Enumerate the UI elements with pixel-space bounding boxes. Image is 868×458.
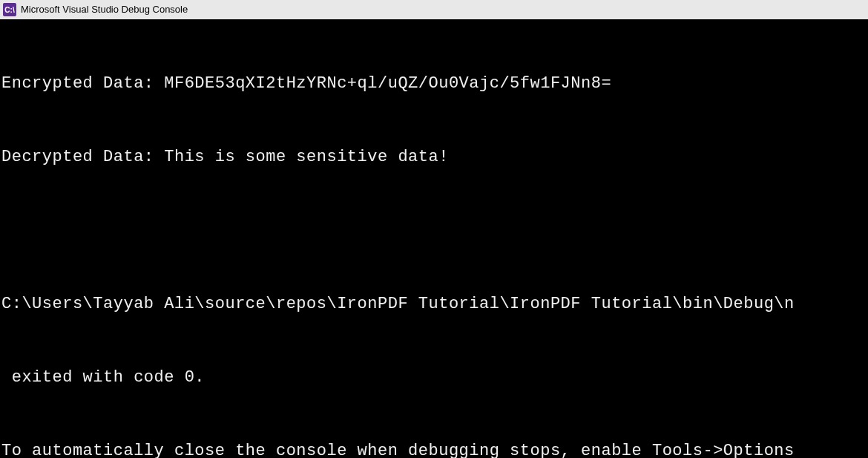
- console-line: exited with code 0.: [1, 365, 867, 390]
- app-icon: C:\: [3, 3, 16, 16]
- console-line: Encrypted Data: MF6DE53qXI2tHzYRNc+ql/uQ…: [1, 71, 867, 96]
- console-line: [1, 218, 867, 243]
- window-title: Microsoft Visual Studio Debug Console: [21, 2, 188, 17]
- title-bar: C:\ Microsoft Visual Studio Debug Consol…: [0, 0, 868, 19]
- console-line: Decrypted Data: This is some sensitive d…: [1, 145, 867, 169]
- console-line: C:\Users\Tayyab Ali\source\repos\IronPDF…: [1, 292, 867, 316]
- console-output[interactable]: Encrypted Data: MF6DE53qXI2tHzYRNc+ql/uQ…: [0, 19, 868, 458]
- console-line: To automatically close the console when …: [1, 439, 867, 458]
